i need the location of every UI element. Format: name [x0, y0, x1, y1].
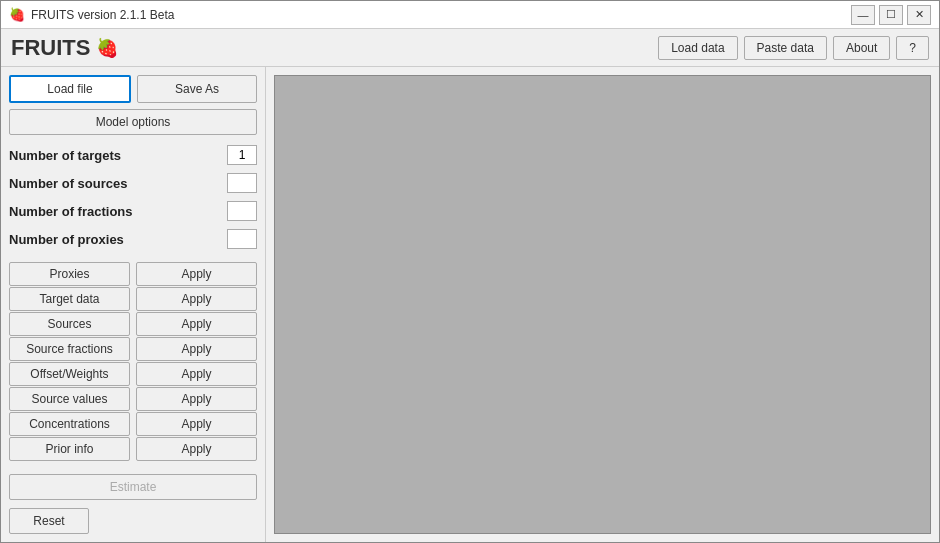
left-panel: Load file Save As Model options Number o… — [1, 67, 266, 542]
main-window: 🍓 FRUITS version 2.1.1 Beta — ☐ ✕ FRUITS… — [0, 0, 940, 543]
section-button-offset/weights[interactable]: Offset/Weights — [9, 362, 130, 386]
section-divider — [9, 255, 257, 257]
num-targets-row: Number of targets — [9, 143, 257, 167]
apply-button-sources[interactable]: Apply — [136, 312, 257, 336]
app-title-text: FRUITS — [11, 35, 90, 61]
num-sources-row: Number of sources — [9, 171, 257, 195]
model-options-button[interactable]: Model options — [9, 109, 257, 135]
num-sources-input[interactable] — [227, 173, 257, 193]
estimate-wrapper: Estimate — [9, 474, 257, 500]
section-button-target-data[interactable]: Target data — [9, 287, 130, 311]
num-fractions-row: Number of fractions — [9, 199, 257, 223]
maximize-button[interactable]: ☐ — [879, 5, 903, 25]
close-button[interactable]: ✕ — [907, 5, 931, 25]
section-row-7: Prior infoApply — [9, 437, 257, 461]
section-row-1: Target dataApply — [9, 287, 257, 311]
paste-data-button[interactable]: Paste data — [744, 36, 827, 60]
num-proxies-label: Number of proxies — [9, 232, 124, 247]
estimate-reset-area: Estimate — [9, 474, 257, 500]
app-title-area: FRUITS 🍓 — [11, 35, 118, 61]
section-row-4: Offset/WeightsApply — [9, 362, 257, 386]
header-bar: FRUITS 🍓 Load data Paste data About ? — [1, 29, 939, 67]
section-button-prior-info[interactable]: Prior info — [9, 437, 130, 461]
section-button-concentrations[interactable]: Concentrations — [9, 412, 130, 436]
app-small-icon: 🍓 — [9, 7, 25, 23]
apply-button-offset/weights[interactable]: Apply — [136, 362, 257, 386]
apply-button-source-fractions[interactable]: Apply — [136, 337, 257, 361]
minimize-button[interactable]: — — [851, 5, 875, 25]
section-rows: ProxiesApplyTarget dataApplySourcesApply… — [9, 261, 257, 462]
load-file-button[interactable]: Load file — [9, 75, 131, 103]
section-row-0: ProxiesApply — [9, 262, 257, 286]
reset-button[interactable]: Reset — [9, 508, 89, 534]
section-button-source-values[interactable]: Source values — [9, 387, 130, 411]
num-targets-input[interactable] — [227, 145, 257, 165]
main-area: Load file Save As Model options Number o… — [1, 67, 939, 542]
canvas-area — [274, 75, 931, 534]
section-row-5: Source valuesApply — [9, 387, 257, 411]
apply-button-source-values[interactable]: Apply — [136, 387, 257, 411]
load-data-button[interactable]: Load data — [658, 36, 737, 60]
section-button-sources[interactable]: Sources — [9, 312, 130, 336]
apply-button-target-data[interactable]: Apply — [136, 287, 257, 311]
num-targets-label: Number of targets — [9, 148, 121, 163]
section-button-source-fractions[interactable]: Source fractions — [9, 337, 130, 361]
section-row-6: ConcentrationsApply — [9, 412, 257, 436]
window-controls: — ☐ ✕ — [851, 5, 931, 25]
section-row-3: Source fractionsApply — [9, 337, 257, 361]
window-title: FRUITS version 2.1.1 Beta — [31, 8, 174, 22]
section-row-2: SourcesApply — [9, 312, 257, 336]
apply-button-concentrations[interactable]: Apply — [136, 412, 257, 436]
help-button[interactable]: ? — [896, 36, 929, 60]
apply-button-prior-info[interactable]: Apply — [136, 437, 257, 461]
num-fractions-input[interactable] — [227, 201, 257, 221]
about-button[interactable]: About — [833, 36, 890, 60]
num-proxies-input[interactable] — [227, 229, 257, 249]
apply-button-proxies[interactable]: Apply — [136, 262, 257, 286]
reset-wrapper: Reset — [9, 508, 257, 534]
file-buttons: Load file Save As — [9, 75, 257, 103]
num-sources-label: Number of sources — [9, 176, 127, 191]
num-fractions-label: Number of fractions — [9, 204, 133, 219]
app-logo-icon: 🍓 — [96, 37, 118, 59]
title-bar-left: 🍓 FRUITS version 2.1.1 Beta — [9, 7, 174, 23]
header-button-group: Load data Paste data About ? — [658, 36, 929, 60]
num-proxies-row: Number of proxies — [9, 227, 257, 251]
title-bar: 🍓 FRUITS version 2.1.1 Beta — ☐ ✕ — [1, 1, 939, 29]
section-button-proxies[interactable]: Proxies — [9, 262, 130, 286]
save-as-button[interactable]: Save As — [137, 75, 257, 103]
estimate-button[interactable]: Estimate — [9, 474, 257, 500]
